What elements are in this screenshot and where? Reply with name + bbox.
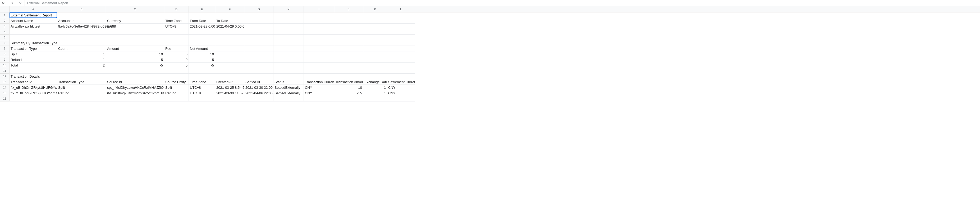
cell-L9[interactable]	[387, 57, 415, 63]
cell-C13[interactable]: Source Id	[106, 79, 164, 85]
cell-J12[interactable]	[334, 74, 363, 79]
row-header-13[interactable]: 13	[0, 79, 10, 85]
cell-G3[interactable]	[244, 24, 274, 29]
cell-I11[interactable]	[304, 68, 334, 74]
cell-A12[interactable]: Transaction Details	[10, 74, 57, 79]
cell-B9[interactable]: 1	[57, 57, 106, 63]
row-header-10[interactable]: 10	[0, 63, 10, 68]
cell-F7[interactable]	[215, 46, 244, 51]
cell-F9[interactable]	[215, 57, 244, 63]
cell-G2[interactable]	[244, 18, 274, 24]
cell-F1[interactable]	[215, 13, 244, 18]
cell-L14[interactable]: CNY	[387, 85, 415, 90]
cell-I9[interactable]	[304, 57, 334, 63]
cell-E10[interactable]: -5	[189, 63, 215, 68]
cell-C1[interactable]	[106, 13, 164, 18]
cell-H14[interactable]: SettledExternally	[274, 85, 304, 90]
cell-J16[interactable]	[334, 96, 363, 101]
cell-G9[interactable]	[244, 57, 274, 63]
cell-G15[interactable]: 2021-04-06 22:00:01	[244, 90, 274, 96]
cell-K15[interactable]: 1	[363, 90, 387, 96]
cell-C15[interactable]: rfd_hkBfmg75znxmcn9sPzvGPhmHi47	[106, 90, 164, 96]
cell-I7[interactable]	[304, 46, 334, 51]
cell-G11[interactable]	[244, 68, 274, 74]
cell-E9[interactable]: -15	[189, 57, 215, 63]
cell-F10[interactable]	[215, 63, 244, 68]
cell-E15[interactable]: UTC+8	[189, 90, 215, 96]
cell-B4[interactable]	[57, 29, 106, 35]
cell-H6[interactable]	[274, 40, 304, 46]
cell-D4[interactable]	[164, 29, 189, 35]
row-header-2[interactable]: 2	[0, 18, 10, 24]
cell-I8[interactable]	[304, 51, 334, 57]
cell-E14[interactable]: UTC+8	[189, 85, 215, 90]
cell-A4[interactable]	[10, 29, 57, 35]
cell-D3[interactable]: UTC+8	[164, 24, 189, 29]
row-header-12[interactable]: 12	[0, 74, 10, 79]
cell-F5[interactable]	[215, 35, 244, 40]
cell-L2[interactable]	[387, 18, 415, 24]
cell-J10[interactable]	[334, 63, 363, 68]
cell-K12[interactable]	[363, 74, 387, 79]
cell-H15[interactable]: SettledExternally	[274, 90, 304, 96]
cell-D5[interactable]	[164, 35, 189, 40]
cell-E1[interactable]	[189, 13, 215, 18]
column-header-G[interactable]: G	[244, 6, 274, 12]
cell-E7[interactable]: Net Amount	[189, 46, 215, 51]
cell-C6[interactable]	[106, 40, 164, 46]
cell-L1[interactable]	[387, 13, 415, 18]
cell-A8[interactable]: Split	[10, 51, 57, 57]
cell-A6[interactable]: Summary By Transaction Type	[10, 40, 57, 46]
cell-I2[interactable]	[304, 18, 334, 24]
cell-K8[interactable]	[363, 51, 387, 57]
row-header-3[interactable]: 3	[0, 24, 10, 29]
cell-F2[interactable]: To Date	[215, 18, 244, 24]
row-header-15[interactable]: 15	[0, 90, 10, 96]
cell-D11[interactable]	[164, 68, 189, 74]
cell-G13[interactable]: Settled At	[244, 79, 274, 85]
row-header-5[interactable]: 5	[0, 35, 10, 40]
cell-J4[interactable]	[334, 29, 363, 35]
cell-I5[interactable]	[304, 35, 334, 40]
cell-H12[interactable]	[274, 74, 304, 79]
cell-G8[interactable]	[244, 51, 274, 57]
cell-L16[interactable]	[387, 96, 415, 101]
column-header-D[interactable]: D	[164, 6, 189, 12]
cell-C9[interactable]: -15	[106, 57, 164, 63]
cell-J5[interactable]	[334, 35, 363, 40]
cell-B16[interactable]	[57, 96, 106, 101]
row-header-8[interactable]: 8	[0, 51, 10, 57]
cell-C8[interactable]: 10	[106, 51, 164, 57]
cell-L3[interactable]	[387, 24, 415, 29]
cell-F11[interactable]	[215, 68, 244, 74]
cell-I16[interactable]	[304, 96, 334, 101]
cell-G1[interactable]	[244, 13, 274, 18]
cell-I4[interactable]	[304, 29, 334, 35]
column-header-C[interactable]: C	[106, 6, 164, 12]
cell-A5[interactable]	[10, 35, 57, 40]
cell-I3[interactable]	[304, 24, 334, 29]
formula-input[interactable]: External Settlement Report	[25, 0, 980, 6]
cell-F4[interactable]	[215, 29, 244, 35]
cell-L6[interactable]	[387, 40, 415, 46]
cell-C5[interactable]	[106, 35, 164, 40]
cell-C7[interactable]: Amount	[106, 46, 164, 51]
cell-D7[interactable]: Fee	[164, 46, 189, 51]
cell-H9[interactable]	[274, 57, 304, 63]
cell-L7[interactable]	[387, 46, 415, 51]
cell-B15[interactable]: Refund	[57, 90, 106, 96]
cell-E13[interactable]: Time Zone	[189, 79, 215, 85]
cell-D13[interactable]: Source Entity	[164, 79, 189, 85]
cell-E2[interactable]: From Date	[189, 18, 215, 24]
cell-D14[interactable]: Split	[164, 85, 189, 90]
cell-K7[interactable]	[363, 46, 387, 51]
cell-F12[interactable]	[215, 74, 244, 79]
cell-K10[interactable]	[363, 63, 387, 68]
cell-I14[interactable]: CNY	[304, 85, 334, 90]
cell-H1[interactable]	[274, 13, 304, 18]
column-header-E[interactable]: E	[189, 6, 215, 12]
cell-I13[interactable]: Transaction Currency	[304, 79, 334, 85]
cell-K2[interactable]	[363, 18, 387, 24]
cell-G10[interactable]	[244, 63, 274, 68]
cell-I1[interactable]	[304, 13, 334, 18]
